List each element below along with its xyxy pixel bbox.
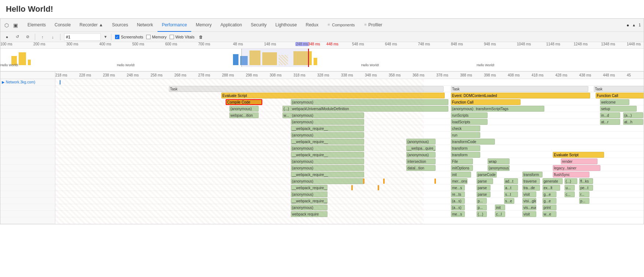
anon-20[interactable]: (anonymous) xyxy=(291,205,327,210)
load-scripts[interactable]: loadScripts xyxy=(451,119,488,125)
tab-network[interactable]: Network xyxy=(133,19,158,32)
tab-recorder[interactable]: Recorder ▲ xyxy=(75,19,108,32)
anon-18[interactable]: (anonymous) xyxy=(291,191,327,197)
webpack-ition[interactable]: webpac...ition xyxy=(229,112,259,118)
webpack-require-final[interactable]: webpack require xyxy=(291,211,327,217)
parens21[interactable]: (...) xyxy=(477,211,487,217)
init-15[interactable]: init xyxy=(451,172,471,177)
visit-18[interactable]: visit xyxy=(522,191,536,197)
webpack-umd[interactable]: webpackUniversalModuleDefinition xyxy=(291,106,448,112)
tab-elements[interactable]: Elements xyxy=(23,19,50,32)
ge19[interactable]: g...e xyxy=(543,198,556,204)
anon-5-1[interactable]: (anonymous) xyxy=(229,106,259,112)
p19[interactable]: p... xyxy=(477,198,487,204)
anon-11[interactable]: (anonymous) xyxy=(291,145,364,151)
anon-14[interactable]: (anonymous) xyxy=(291,165,364,171)
viseue[interactable]: vis...eue xyxy=(522,205,536,210)
trade[interactable]: tra...de xyxy=(522,185,540,191)
tab-console[interactable]: Console xyxy=(50,19,75,32)
as20[interactable]: (a...s) xyxy=(451,205,465,210)
anon-5-2[interactable]: (...) xyxy=(282,106,292,112)
webpack-req-1[interactable]: __webpack_require__ xyxy=(291,126,364,131)
anonymous-block-1[interactable]: (anonymous) xyxy=(291,99,448,105)
memory-toggle[interactable]: Memory xyxy=(146,35,167,39)
web-vitals-checkbox[interactable] xyxy=(170,35,174,39)
webpack-req-2[interactable]: __webpack_require__ xyxy=(291,139,364,145)
event-domcontent-block[interactable]: Event: DOMContentLoaded xyxy=(451,93,590,98)
se19[interactable]: s...e xyxy=(504,198,514,204)
web-vitals-toggle[interactable]: Web Vitals xyxy=(170,35,195,39)
as19[interactable]: (a...s) xyxy=(451,198,465,204)
init20[interactable]: init xyxy=(495,205,505,210)
merons[interactable]: mer...ons xyxy=(451,178,467,184)
flush-sync[interactable]: flushSync xyxy=(553,172,589,177)
r18[interactable]: r... xyxy=(579,191,589,197)
tab-application[interactable]: Application xyxy=(216,19,247,32)
dropdown-arrow[interactable]: ▼ xyxy=(104,35,107,39)
tab-memory[interactable]: Memory xyxy=(191,19,216,32)
transform-script-tags[interactable]: transformScriptTags xyxy=(475,106,544,112)
reload-button[interactable]: ↺ xyxy=(14,33,21,41)
anon-9[interactable]: (anonymous) xyxy=(291,132,364,138)
file-block[interactable]: File xyxy=(451,158,473,164)
we21[interactable]: w...e xyxy=(543,211,556,217)
legacy-tainer[interactable]: legacy...tainer xyxy=(553,165,600,171)
welcome-block[interactable]: welcome xyxy=(600,99,629,105)
ind-block[interactable]: in...d xyxy=(600,112,620,118)
visit21[interactable]: visit xyxy=(522,211,536,217)
traverse-16[interactable]: traverse xyxy=(522,178,540,184)
url-input[interactable] xyxy=(64,33,101,41)
init-options[interactable]: initOptions xyxy=(451,165,473,171)
function-call-top[interactable]: Function Call xyxy=(596,93,644,98)
upload-button[interactable]: ↑ xyxy=(39,33,46,41)
ath-block[interactable]: at...h xyxy=(623,119,643,125)
at-17[interactable]: a...t xyxy=(504,185,518,191)
parse-17[interactable]: parse xyxy=(477,185,491,191)
webpaquire[interactable]: __webpa...quire__ xyxy=(406,145,436,151)
print20[interactable]: print xyxy=(543,205,556,210)
c18[interactable]: c... xyxy=(565,191,575,197)
datal-tion[interactable]: datal...tion xyxy=(406,165,436,171)
adt[interactable]: ad...t xyxy=(504,178,518,184)
st18[interactable]: s...t xyxy=(504,191,518,197)
anon-14-2[interactable]: (anonymous) xyxy=(488,165,510,171)
atr-block[interactable]: at...r xyxy=(600,119,620,125)
tab-security[interactable]: Security xyxy=(246,19,271,32)
memory-checkbox[interactable] xyxy=(146,35,151,39)
record-button[interactable]: ● xyxy=(3,33,11,41)
panel-icon[interactable]: ▣ xyxy=(12,22,19,29)
anon-10[interactable]: (anonymous) xyxy=(406,139,436,145)
parens-16[interactable]: (...) xyxy=(565,178,577,184)
generate-16[interactable]: generate xyxy=(543,178,563,184)
anon-12[interactable]: (anonymous) xyxy=(406,152,436,158)
exlt[interactable]: ex...lt xyxy=(543,185,560,191)
transform-code[interactable]: transformCode xyxy=(451,139,495,145)
parse-16[interactable]: parse xyxy=(477,178,493,184)
visigle[interactable]: visi...gle xyxy=(522,198,536,204)
webpack-req-6[interactable]: __webpack_require__ xyxy=(291,198,327,204)
tab-sources[interactable]: Sources xyxy=(108,19,133,32)
intersection[interactable]: intersection xyxy=(406,158,436,164)
task-block-3[interactable]: Task xyxy=(594,86,644,92)
run-block[interactable]: run xyxy=(451,132,480,138)
setup-block[interactable]: setup xyxy=(600,106,637,112)
tab-lighthouse[interactable]: Lighthouse xyxy=(271,19,301,32)
p20[interactable]: p... xyxy=(477,205,487,210)
anon-6-1[interactable]: (anonymous) xyxy=(291,112,364,118)
clear-button[interactable]: ⊘ xyxy=(24,33,31,41)
mes21[interactable]: me...s xyxy=(451,211,465,217)
evaluate-script-block[interactable]: Evaluate Script xyxy=(221,93,445,98)
cl21[interactable]: c...l xyxy=(495,211,505,217)
parse-code[interactable]: parseCode xyxy=(477,172,497,177)
render-block[interactable]: render xyxy=(561,158,597,164)
record-dot[interactable]: ● xyxy=(626,23,629,28)
w-block[interactable]: w... xyxy=(282,112,292,118)
evaluate-script-2[interactable]: Evaluate Script xyxy=(553,152,604,158)
flks-16[interactable]: fl...ks xyxy=(579,178,593,184)
trash-button[interactable]: 🗑 xyxy=(199,35,203,39)
transform-12[interactable]: transform xyxy=(451,152,480,158)
p19-2[interactable]: p... xyxy=(579,198,589,204)
transform-15[interactable]: transform xyxy=(522,172,543,177)
task-block-2[interactable]: Task xyxy=(451,86,588,92)
parse-18[interactable]: parse xyxy=(477,191,491,197)
